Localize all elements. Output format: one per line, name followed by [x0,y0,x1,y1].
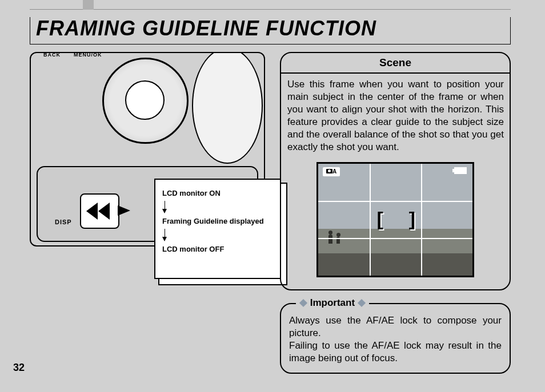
important-body: Always use the AF/AE lock to compose you… [289,314,502,365]
scene-heading: Scene [281,53,510,74]
grid-line [318,201,472,202]
scene-body: Use this frame when you want to position… [281,74,510,154]
diamond-icon [358,299,366,307]
header-tab [83,0,94,10]
pointer-arrow-icon [118,205,130,216]
preview-people-silhouette [328,235,342,246]
battery-icon [454,167,467,174]
preview-mode-badge: A [323,167,340,176]
state-on: LCD monitor ON [162,189,273,197]
state-off: LCD monitor OFF [162,245,273,253]
camera-icon [326,169,332,173]
manual-page: FRAMING GUIDELINE FUNCTION 32 BACK MENU/… [0,0,545,392]
left-column: BACK MENU/OK DISP BA LCD monitor ON Fram… [30,52,263,378]
disp-states-callout: LCD monitor ON Framing Guideline display… [154,179,281,279]
diamond-icon [299,299,307,307]
state-guideline: Framing Guideline displayed [162,217,273,225]
grid-line [370,164,371,276]
framing-preview: [ ] [ ] A [316,162,474,277]
arrow-down-icon [165,201,165,213]
right-column: Scene Use this frame when you want to po… [280,52,511,378]
page-title: FRAMING GUIDELINE FUNCTION [36,17,376,41]
mode-letter: A [332,168,336,175]
arrow-down-icon [165,229,165,241]
focus-bracket-icon: ] [409,207,415,229]
grid-line [318,238,472,239]
disp-button-icon [80,193,119,229]
diagram-overlay: LCD monitor ON Framing Guideline display… [30,52,263,244]
important-label: Important [296,297,369,309]
grid-line [421,164,422,276]
page-number: 32 [13,362,25,374]
scene-section: Scene Use this frame when you want to po… [280,52,511,290]
focus-bracket-icon: [ [377,207,383,229]
important-label-text: Important [310,297,355,308]
header-rule [30,0,511,10]
preview-image [318,164,472,276]
important-section: Important Always use the AF/AE lock to c… [280,303,511,374]
